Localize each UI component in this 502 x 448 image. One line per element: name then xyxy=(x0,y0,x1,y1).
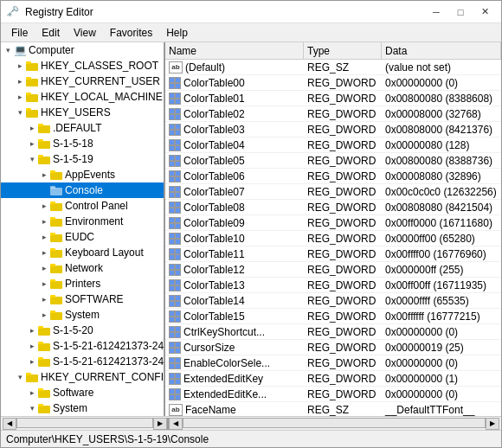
table-row[interactable]: ExtendedEditKe...REG_DWORD0x00000000 (0) xyxy=(165,387,501,402)
tree-label-network: Network xyxy=(65,262,103,274)
expand-btn-printers[interactable]: ▸ xyxy=(39,276,49,291)
tree-item-system[interactable]: ▸System xyxy=(1,307,164,323)
expand-btn-s1518[interactable]: ▸ xyxy=(27,136,37,151)
table-row[interactable]: ColorTable00REG_DWORD0x00000000 (0) xyxy=(165,75,501,91)
table-row[interactable]: ColorTable14REG_DWORD0x0000ffff (65535) xyxy=(165,293,501,309)
expand-btn-system[interactable]: ▸ xyxy=(39,307,49,323)
svg-rect-44 xyxy=(38,406,50,413)
table-row[interactable]: ColorTable01REG_DWORD0x00800080 (8388608… xyxy=(165,91,501,106)
expand-btn-eudc[interactable]: ▸ xyxy=(39,229,49,245)
tree-item-computer[interactable]: ▾💻Computer xyxy=(1,42,164,58)
menu-item-favorites[interactable]: Favorites xyxy=(103,25,159,40)
tree-item-environment[interactable]: ▸Environment xyxy=(1,214,164,229)
table-row[interactable]: ColorTable15REG_DWORD0x00ffffff (1677721… xyxy=(165,309,501,324)
expand-btn-system2[interactable]: ▾ xyxy=(27,400,37,416)
expand-btn-s1520[interactable]: ▸ xyxy=(27,323,37,338)
detail-scroll-track[interactable] xyxy=(183,418,486,428)
table-row[interactable]: ColorTable13REG_DWORD0x00ff00ff (1671193… xyxy=(165,278,501,293)
folder-icon-computer: 💻 xyxy=(13,43,27,57)
expand-btn-software2[interactable]: ▸ xyxy=(27,385,37,400)
tree-item-hkey_users[interactable]: ▾HKEY_USERS xyxy=(1,105,164,120)
expand-btn-keyboard[interactable]: ▸ xyxy=(39,245,49,260)
table-row[interactable]: ExtendedEditKeyREG_DWORD0x00000000 (1) xyxy=(165,371,501,387)
expand-btn-s15212[interactable]: ▸ xyxy=(27,338,37,354)
cell-type-11: REG_DWORD xyxy=(304,231,382,246)
expand-btn-hkey_users[interactable]: ▾ xyxy=(15,105,25,120)
tree-item-s1518[interactable]: ▸S-1-5-18 xyxy=(1,136,164,151)
tree-item-controlpanel[interactable]: ▸Control Panel xyxy=(1,198,164,214)
table-row[interactable]: ColorTable02REG_DWORD0x00008000 (32768) xyxy=(165,106,501,122)
expand-btn-classes_root[interactable]: ▸ xyxy=(15,58,25,74)
table-row[interactable]: EnableColorSele...REG_DWORD0x00000000 (0… xyxy=(165,355,501,371)
tree-label-s15212: S-1-5-21-612421373-2457... xyxy=(53,340,165,352)
menu-item-view[interactable]: View xyxy=(67,25,103,40)
detail-scroll-right[interactable]: ▶ xyxy=(486,418,499,430)
table-row[interactable]: ColorTable08REG_DWORD0x00808080 (8421504… xyxy=(165,200,501,215)
table-row[interactable]: ColorTable10REG_DWORD0x0000ff00 (65280) xyxy=(165,231,501,246)
expand-btn-computer[interactable]: ▾ xyxy=(3,42,13,58)
tree-item-s1520[interactable]: ▸S-1-5-20 xyxy=(1,323,164,338)
tree-item-current_user[interactable]: ▸HKEY_CURRENT_USER xyxy=(1,74,164,89)
table-row[interactable]: ColorTable11REG_DWORD0x00ffff00 (1677696… xyxy=(165,246,501,262)
tree-hscroll[interactable]: ◀ ▶ xyxy=(3,418,167,430)
close-button[interactable]: ✕ xyxy=(473,4,496,20)
expand-btn-s15213[interactable]: ▸ xyxy=(27,354,37,369)
menu-item-file[interactable]: File xyxy=(4,25,35,40)
menu-item-help[interactable]: Help xyxy=(159,25,195,40)
minimize-button[interactable]: ─ xyxy=(425,4,447,20)
tree-item-default[interactable]: ▸.DEFAULT xyxy=(1,120,164,136)
table-row[interactable]: ColorTable06REG_DWORD0x00008080 (32896) xyxy=(165,169,501,184)
maximize-button[interactable]: □ xyxy=(449,4,472,20)
expand-btn-network[interactable]: ▸ xyxy=(39,260,49,276)
expand-btn-controlpanel[interactable]: ▸ xyxy=(39,198,49,214)
table-row[interactable]: ColorTable03REG_DWORD0x00808000 (8421376… xyxy=(165,122,501,138)
table-row[interactable]: abFaceNameREG_SZ__DefaultTTFont__ xyxy=(165,402,501,416)
table-row[interactable]: CursorSizeREG_DWORD0x00000019 (25) xyxy=(165,340,501,355)
table-row[interactable]: ColorTable07REG_DWORD0x00c0c0c0 (1263225… xyxy=(165,184,501,200)
menu-item-edit[interactable]: Edit xyxy=(35,25,67,40)
detail-panel[interactable]: Name Type Data ab(Default)REG_SZ(value n… xyxy=(165,42,501,416)
tree-item-eudc[interactable]: ▸EUDC xyxy=(1,229,164,245)
tree-item-console[interactable]: Console xyxy=(1,182,164,198)
tree-item-keyboard[interactable]: ▸Keyboard Layout xyxy=(1,245,164,260)
tree-scroll-left[interactable]: ◀ xyxy=(3,418,16,430)
expand-btn-software[interactable]: ▸ xyxy=(39,291,49,307)
svg-rect-13 xyxy=(38,155,43,157)
col-data[interactable]: Data xyxy=(382,42,501,59)
tree-item-s15212[interactable]: ▸S-1-5-21-612421373-2457... xyxy=(1,338,164,354)
col-name[interactable]: Name xyxy=(165,42,304,59)
cell-data-22: __DefaultTTFont__ xyxy=(382,402,501,416)
detail-scroll-left[interactable]: ◀ xyxy=(169,418,183,430)
table-row[interactable]: ColorTable04REG_DWORD0x00000080 (128) xyxy=(165,138,501,153)
tree-item-software[interactable]: ▸SOFTWARE xyxy=(1,291,164,307)
expand-btn-appevents[interactable]: ▸ xyxy=(39,167,49,182)
tree-item-software2[interactable]: ▸Software xyxy=(1,385,164,400)
folder-icon-appevents xyxy=(49,168,63,182)
tree-item-s1519[interactable]: ▾S-1-5-19 xyxy=(1,151,164,167)
tree-item-appevents[interactable]: ▸AppEvents xyxy=(1,167,164,182)
col-type[interactable]: Type xyxy=(304,42,382,59)
expand-btn-s1519[interactable]: ▾ xyxy=(27,151,37,167)
expand-btn-hkey_config[interactable]: ▾ xyxy=(15,369,25,385)
tree-item-classes_root[interactable]: ▸HKEY_CLASSES_ROOT xyxy=(1,58,164,74)
tree-scroll-right[interactable]: ▶ xyxy=(153,418,167,430)
tree-item-hkey_config[interactable]: ▾HKEY_CURRENT_CONFIG xyxy=(1,369,164,385)
table-row[interactable]: ColorTable09REG_DWORD0x00ff0000 (1671168… xyxy=(165,215,501,231)
detail-hscroll[interactable]: ◀ ▶ xyxy=(167,418,499,430)
expand-btn-current_user[interactable]: ▸ xyxy=(15,74,25,89)
expand-btn-default[interactable]: ▸ xyxy=(27,120,37,136)
tree-item-system2[interactable]: ▾System xyxy=(1,400,164,416)
tree-panel[interactable]: ▾💻Computer▸HKEY_CLASSES_ROOT▸HKEY_CURREN… xyxy=(1,42,165,416)
tree-item-s15213[interactable]: ▸S-1-5-21-612421373-2457... xyxy=(1,354,164,369)
tree-item-local_machine[interactable]: ▸HKEY_LOCAL_MACHINE xyxy=(1,89,164,105)
table-row[interactable]: ColorTable05REG_DWORD0x00800080 (8388736… xyxy=(165,153,501,169)
tree-item-printers[interactable]: ▸Printers xyxy=(1,276,164,291)
tree-scroll-track[interactable] xyxy=(16,418,153,428)
expand-btn-environment[interactable]: ▸ xyxy=(39,214,49,229)
table-row[interactable]: ColorTable12REG_DWORD0x000000ff (255) xyxy=(165,262,501,278)
tree-item-network[interactable]: ▸Network xyxy=(1,260,164,276)
expand-btn-local_machine[interactable]: ▸ xyxy=(15,89,25,105)
table-row[interactable]: CtrlKeyShortcut...REG_DWORD0x00000000 (0… xyxy=(165,324,501,340)
table-row[interactable]: ab(Default)REG_SZ(value not set) xyxy=(165,60,501,75)
tree-label-current_user: HKEY_CURRENT_USER xyxy=(41,75,160,87)
